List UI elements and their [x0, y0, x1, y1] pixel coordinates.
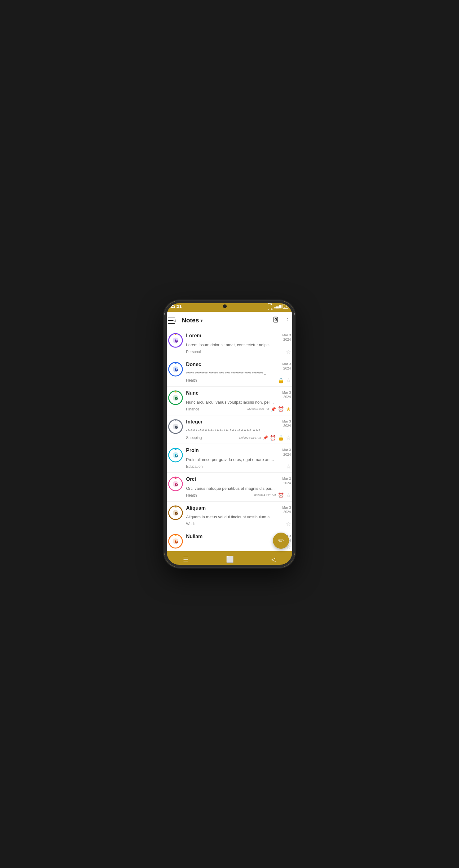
search-button[interactable] [273, 316, 280, 324]
note-footer: Health 3/5/2024 2:20 AM ⏰ ☆ [186, 492, 291, 499]
svg-point-44 [175, 512, 178, 515]
note-footer: Finance 3/5/2024 3:00 PM 📌 ⏰ ★ [186, 406, 291, 413]
note-avatar [168, 419, 183, 434]
alarm-time-badge: 3/5/2024 3:00 PM [247, 407, 269, 411]
note-actions: 3/5/2024 2:20 AM ⏰ ☆ [254, 492, 291, 499]
alarm-icon: ⏰ [278, 492, 284, 498]
note-avatar [168, 476, 183, 491]
note-title: Aliquam [186, 505, 206, 511]
star-icon[interactable]: ☆ [286, 377, 291, 384]
note-content: Proin Mar 32024 Proin ullamcorper gravid… [186, 447, 291, 470]
page-title[interactable]: Notes ▾ [182, 317, 273, 324]
menu-button[interactable]: ◁ [168, 315, 179, 326]
edit-icon: ✏ [278, 537, 284, 545]
note-footer: Work ☆ [186, 521, 291, 527]
pin-icon: 📌 [271, 407, 276, 412]
phone-screen: 23:21 YoLTE ▂▄▆ 57 ◁ Notes ▾ [164, 301, 295, 567]
note-title: Proin [186, 447, 199, 453]
star-icon[interactable]: ☆ [286, 434, 291, 441]
note-item[interactable]: Nunc Mar 32024 Nunc arcu arcu, varius vo… [164, 386, 295, 415]
note-item[interactable]: Donec Mar 32024 ***** ******** ****** **… [164, 358, 295, 387]
note-title: Orci [186, 476, 196, 482]
note-actions: 🔒 ☆ [278, 377, 291, 384]
create-note-fab[interactable]: ✏ [273, 533, 289, 549]
note-item[interactable]: Orci Mar 32024 Orci varius natoque penat… [164, 473, 295, 502]
note-date: Mar 32024 [282, 447, 291, 457]
note-item[interactable]: Proin Mar 32024 Proin ullamcorper gravid… [164, 444, 295, 473]
alarm-time-badge: 3/9/2024 9:30 AM [239, 436, 261, 440]
note-item[interactable]: Lorem Mar 32024 Lorem ipsum dolor sit am… [164, 329, 295, 358]
lock-icon: 🔒 [278, 378, 284, 383]
note-date: Mar 32024 [282, 476, 291, 486]
menu-arrow-icon: ◁ [173, 319, 176, 322]
note-footer: Health 🔒 ☆ [186, 377, 291, 384]
top-actions: ⋮ [273, 316, 291, 324]
note-header: Nunc Mar 32024 [186, 390, 291, 399]
note-actions: 3/5/2024 3:00 PM 📌 ⏰ ★ [247, 406, 291, 413]
note-avatar [168, 534, 183, 549]
note-header: Proin Mar 32024 [186, 447, 291, 457]
note-date: Mar 32024 [282, 419, 291, 428]
note-category: Work [186, 522, 195, 526]
note-title: Donec [186, 362, 201, 367]
note-footer: Shopping 3/9/2024 9:30 AM 📌 ⏰ 🔒 ☆ [186, 434, 291, 441]
avatar-inner [170, 364, 181, 374]
status-icons: YoLTE ▂▄▆ 57 [268, 302, 288, 311]
note-preview: Proin ullamcorper gravida eros, eget orn… [186, 457, 291, 462]
note-category: Education [186, 464, 203, 469]
more-options-button[interactable]: ⋮ [285, 317, 291, 324]
note-actions: ☆ [286, 463, 291, 470]
note-item[interactable]: Aliquam Mar 32024 Aliquam in metus vel d… [164, 502, 295, 530]
note-category: Shopping [186, 436, 202, 440]
star-icon[interactable]: ☆ [286, 348, 291, 355]
svg-point-20 [175, 397, 178, 400]
menu-line-2 [168, 320, 173, 321]
svg-point-8 [175, 340, 178, 343]
note-header: Aliquam Mar 32024 [186, 505, 291, 514]
note-category: Personal [186, 350, 201, 354]
note-category: Health [186, 493, 197, 498]
star-icon[interactable]: ☆ [286, 521, 291, 527]
note-date: Mar 32024 [282, 362, 291, 371]
note-content: Nunc Mar 32024 Nunc arcu arcu, varius vo… [186, 390, 291, 413]
avatar-inner [170, 393, 181, 403]
note-header: Donec Mar 32024 [186, 362, 291, 371]
nav-home-button[interactable]: ⬜ [226, 556, 234, 563]
star-icon[interactable]: ☆ [286, 463, 291, 470]
svg-point-26 [175, 426, 178, 429]
avatar-inner [170, 421, 181, 432]
avatar-inner [170, 536, 181, 547]
avatar-inner [170, 335, 181, 346]
svg-point-38 [175, 483, 178, 486]
note-preview: Nunc arcu arcu, varius volutpat iaculis … [186, 400, 291, 405]
title-text: Notes [182, 317, 199, 324]
note-date: Mar 32024 [282, 390, 291, 399]
svg-point-50 [175, 540, 178, 544]
nav-menu-button[interactable]: ☰ [183, 556, 189, 563]
note-content: Integer Mar 32024 ******* ********** ***… [186, 419, 291, 441]
status-bar: 23:21 YoLTE ▂▄▆ 57 [164, 301, 295, 312]
status-time: 23:21 [171, 304, 182, 309]
phone-frame: 23:21 YoLTE ▂▄▆ 57 ◁ Notes ▾ [164, 301, 295, 567]
note-preview: Orci varius natoque penatibus et magnis … [186, 486, 291, 491]
note-avatar [168, 447, 183, 463]
nav-back-button[interactable]: ◁ [271, 556, 276, 563]
svg-point-32 [175, 455, 178, 458]
note-title: Lorem [186, 333, 201, 339]
lock-icon: 🔒 [278, 435, 284, 441]
avatar-inner [170, 507, 181, 518]
signal-icon: YoLTE [268, 302, 273, 311]
note-avatar [168, 505, 183, 520]
note-preview: ***** ******** ****** *** *** ******** *… [186, 371, 291, 376]
alarm-icon: ⏰ [270, 435, 276, 441]
alarm-icon: ⏰ [278, 406, 284, 412]
star-icon[interactable]: ☆ [286, 492, 291, 499]
note-avatar [168, 333, 183, 348]
star-icon[interactable]: ★ [286, 406, 291, 413]
note-item[interactable]: Integer Mar 32024 ******* ********** ***… [164, 415, 295, 444]
note-content: Aliquam Mar 32024 Aliquam in metus vel d… [186, 505, 291, 528]
note-category: Finance [186, 407, 200, 411]
note-preview: ******* ********** ***** *** **** ******… [186, 428, 291, 433]
note-footer: Personal ☆ [186, 348, 291, 355]
note-actions: 3/9/2024 9:30 AM 📌 ⏰ 🔒 ☆ [239, 434, 291, 441]
